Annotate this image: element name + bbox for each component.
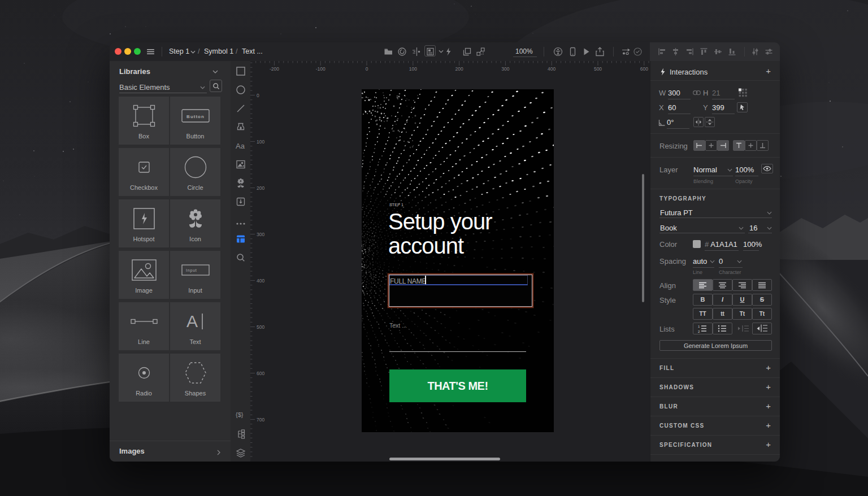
svg-text:200: 200 [455,66,463,72]
svg-text:400: 400 [548,66,555,72]
svg-text:200: 200 [257,185,264,191]
svg-text:100: 100 [409,66,417,72]
svg-text:500: 500 [594,66,602,72]
svg-text:Input: Input [186,268,197,273]
svg-text:1: 1 [698,325,700,328]
svg-text:300: 300 [501,66,509,72]
svg-text:400: 400 [257,278,264,284]
svg-text:0: 0 [257,93,259,98]
svg-text:Aa: Aa [236,142,245,150]
svg-text:600: 600 [257,371,264,376]
svg-text:300: 300 [257,232,264,237]
svg-text:0: 0 [366,66,368,72]
svg-text:A: A [186,312,198,330]
svg-text:Button: Button [186,114,205,119]
svg-text:600: 600 [640,66,648,72]
svg-text:2: 2 [698,330,700,333]
svg-text:500: 500 [257,324,264,330]
svg-text:700: 700 [257,417,264,423]
svg-text:100: 100 [257,139,264,145]
svg-text:-200: -200 [270,66,279,72]
svg-text:-100: -100 [316,66,326,72]
svg-text:{$}: {$} [236,411,244,418]
